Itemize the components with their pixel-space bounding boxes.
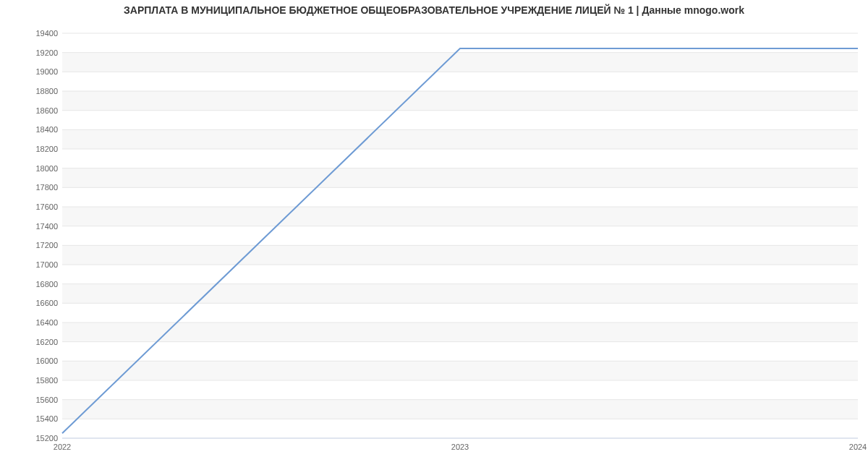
y-tick-label: 15600 <box>0 396 58 404</box>
x-tick-label: 2024 <box>849 443 867 451</box>
svg-rect-6 <box>62 168 858 188</box>
svg-rect-7 <box>62 129 858 149</box>
y-tick-label: 18400 <box>0 125 58 134</box>
svg-rect-5 <box>62 207 858 226</box>
chart-plot-area <box>62 33 858 438</box>
svg-rect-9 <box>62 53 858 72</box>
y-tick-label: 18000 <box>0 164 58 173</box>
svg-rect-2 <box>62 322 858 342</box>
y-tick-label: 17000 <box>0 260 58 269</box>
y-tick-label: 17600 <box>0 202 58 211</box>
y-tick-label: 16800 <box>0 280 58 289</box>
svg-rect-1 <box>62 361 858 380</box>
y-tick-label: 15400 <box>0 414 58 423</box>
svg-rect-3 <box>62 284 858 304</box>
svg-rect-0 <box>62 400 858 419</box>
y-tick-label: 18200 <box>0 145 58 153</box>
y-tick-label: 19200 <box>0 48 58 57</box>
svg-rect-8 <box>62 91 858 111</box>
y-tick-label: 15800 <box>0 376 58 385</box>
y-tick-label: 18800 <box>0 87 58 95</box>
y-tick-label: 15200 <box>0 434 58 443</box>
y-tick-label: 19000 <box>0 67 58 76</box>
y-tick-label: 16400 <box>0 318 58 327</box>
svg-rect-4 <box>62 245 858 265</box>
x-tick-label: 2023 <box>451 443 469 451</box>
y-tick-label: 18600 <box>0 106 58 115</box>
y-tick-label: 17800 <box>0 183 58 192</box>
x-tick-label: 2022 <box>54 443 71 451</box>
plot-background-bands <box>62 53 858 419</box>
y-tick-label: 16600 <box>0 299 58 307</box>
chart-title: ЗАРПЛАТА В МУНИЦИПАЛЬНОЕ БЮДЖЕТНОЕ ОБЩЕО… <box>0 4 868 16</box>
y-tick-label: 16000 <box>0 356 58 365</box>
y-tick-label: 17200 <box>0 241 58 249</box>
y-tick-label: 17400 <box>0 222 58 231</box>
y-tick-label: 16200 <box>0 338 58 346</box>
line-chart: ЗАРПЛАТА В МУНИЦИПАЛЬНОЕ БЮДЖЕТНОЕ ОБЩЕО… <box>0 0 868 470</box>
y-tick-label: 19400 <box>0 29 58 38</box>
